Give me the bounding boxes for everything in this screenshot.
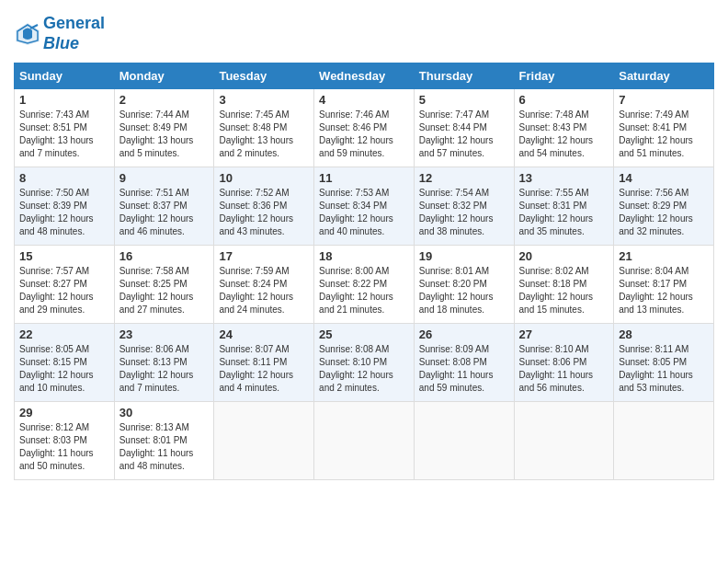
weekday-header-tuesday: Tuesday xyxy=(214,63,314,89)
day-number: 21 xyxy=(619,249,709,263)
header: General Blue xyxy=(14,14,714,53)
calendar-cell: 18Sunrise: 8:00 AMSunset: 8:22 PMDayligh… xyxy=(314,246,415,324)
calendar-cell: 19Sunrise: 8:01 AMSunset: 8:20 PMDayligh… xyxy=(414,246,514,324)
calendar-cell: 24Sunrise: 8:07 AMSunset: 8:11 PMDayligh… xyxy=(214,324,314,402)
calendar-cell: 15Sunrise: 7:57 AMSunset: 8:27 PMDayligh… xyxy=(15,246,115,324)
calendar-week-2: 8Sunrise: 7:50 AMSunset: 8:39 PMDaylight… xyxy=(15,167,714,246)
calendar-cell: 7Sunrise: 7:49 AMSunset: 8:41 PMDaylight… xyxy=(614,89,714,167)
logo-icon xyxy=(14,21,41,47)
day-info: Sunrise: 8:10 AMSunset: 8:06 PMDaylight:… xyxy=(519,343,609,395)
calendar-cell: 25Sunrise: 8:08 AMSunset: 8:10 PMDayligh… xyxy=(314,324,415,402)
day-number: 14 xyxy=(619,171,709,185)
calendar-cell xyxy=(614,402,714,480)
day-number: 15 xyxy=(19,249,109,263)
day-info: Sunrise: 7:48 AMSunset: 8:43 PMDaylight:… xyxy=(519,109,609,160)
calendar-cell: 20Sunrise: 8:02 AMSunset: 8:18 PMDayligh… xyxy=(514,246,614,324)
day-number: 7 xyxy=(619,93,709,107)
day-info: Sunrise: 7:51 AMSunset: 8:37 PMDaylight:… xyxy=(119,187,210,238)
day-info: Sunrise: 8:09 AMSunset: 8:08 PMDaylight:… xyxy=(419,343,509,395)
calendar-week-5: 29Sunrise: 8:12 AMSunset: 8:03 PMDayligh… xyxy=(15,402,714,480)
calendar-cell: 16Sunrise: 7:58 AMSunset: 8:25 PMDayligh… xyxy=(114,246,214,324)
day-number: 29 xyxy=(19,406,109,419)
calendar-cell: 12Sunrise: 7:54 AMSunset: 8:32 PMDayligh… xyxy=(414,167,514,246)
calendar-cell xyxy=(214,402,314,480)
calendar-cell: 5Sunrise: 7:47 AMSunset: 8:44 PMDaylight… xyxy=(414,89,514,167)
weekday-header-saturday: Saturday xyxy=(614,63,714,89)
calendar-cell: 8Sunrise: 7:50 AMSunset: 8:39 PMDaylight… xyxy=(15,167,115,246)
day-info: Sunrise: 8:06 AMSunset: 8:13 PMDaylight:… xyxy=(119,343,210,395)
day-info: Sunrise: 8:13 AMSunset: 8:01 PMDaylight:… xyxy=(119,421,210,473)
calendar-cell: 2Sunrise: 7:44 AMSunset: 8:49 PMDaylight… xyxy=(114,89,214,167)
day-number: 22 xyxy=(19,327,109,341)
day-number: 20 xyxy=(519,249,609,263)
day-info: Sunrise: 8:08 AMSunset: 8:10 PMDaylight:… xyxy=(319,343,409,395)
calendar-cell: 14Sunrise: 7:56 AMSunset: 8:29 PMDayligh… xyxy=(614,167,714,246)
day-number: 5 xyxy=(419,93,509,107)
day-info: Sunrise: 7:45 AMSunset: 8:48 PMDaylight:… xyxy=(219,109,309,160)
calendar-week-1: 1Sunrise: 7:43 AMSunset: 8:51 PMDaylight… xyxy=(15,89,714,167)
calendar-cell: 9Sunrise: 7:51 AMSunset: 8:37 PMDaylight… xyxy=(114,167,214,246)
weekday-header-row: SundayMondayTuesdayWednesdayThursdayFrid… xyxy=(15,63,714,89)
day-info: Sunrise: 7:55 AMSunset: 8:31 PMDaylight:… xyxy=(519,187,609,238)
calendar-cell: 11Sunrise: 7:53 AMSunset: 8:34 PMDayligh… xyxy=(314,167,415,246)
day-info: Sunrise: 7:58 AMSunset: 8:25 PMDaylight:… xyxy=(119,265,210,316)
day-number: 17 xyxy=(219,249,309,263)
weekday-header-monday: Monday xyxy=(114,63,214,89)
calendar-week-3: 15Sunrise: 7:57 AMSunset: 8:27 PMDayligh… xyxy=(15,246,714,324)
day-number: 8 xyxy=(19,171,109,185)
day-info: Sunrise: 7:53 AMSunset: 8:34 PMDaylight:… xyxy=(319,187,409,238)
calendar-cell: 26Sunrise: 8:09 AMSunset: 8:08 PMDayligh… xyxy=(414,324,514,402)
day-number: 9 xyxy=(119,171,210,185)
weekday-header-friday: Friday xyxy=(514,63,614,89)
day-info: Sunrise: 8:05 AMSunset: 8:15 PMDaylight:… xyxy=(19,343,109,395)
calendar-cell: 6Sunrise: 7:48 AMSunset: 8:43 PMDaylight… xyxy=(514,89,614,167)
day-number: 10 xyxy=(219,171,309,185)
day-number: 16 xyxy=(119,249,210,263)
day-number: 24 xyxy=(219,327,309,341)
calendar-cell: 22Sunrise: 8:05 AMSunset: 8:15 PMDayligh… xyxy=(15,324,115,402)
calendar-cell xyxy=(414,402,514,480)
day-info: Sunrise: 7:59 AMSunset: 8:24 PMDaylight:… xyxy=(219,265,309,316)
weekday-header-sunday: Sunday xyxy=(15,63,115,89)
day-number: 30 xyxy=(119,406,210,419)
day-number: 3 xyxy=(219,93,309,107)
day-number: 19 xyxy=(419,249,509,263)
calendar-cell: 29Sunrise: 8:12 AMSunset: 8:03 PMDayligh… xyxy=(15,402,115,480)
day-number: 2 xyxy=(119,93,210,107)
day-number: 6 xyxy=(519,93,609,107)
calendar-cell: 1Sunrise: 7:43 AMSunset: 8:51 PMDaylight… xyxy=(15,89,115,167)
day-number: 28 xyxy=(619,327,709,341)
day-info: Sunrise: 7:43 AMSunset: 8:51 PMDaylight:… xyxy=(19,109,109,160)
day-info: Sunrise: 7:56 AMSunset: 8:29 PMDaylight:… xyxy=(619,187,709,238)
day-number: 23 xyxy=(119,327,210,341)
day-number: 11 xyxy=(319,171,409,185)
calendar-table: SundayMondayTuesdayWednesdayThursdayFrid… xyxy=(14,63,714,480)
day-info: Sunrise: 7:47 AMSunset: 8:44 PMDaylight:… xyxy=(419,109,509,160)
calendar-cell: 13Sunrise: 7:55 AMSunset: 8:31 PMDayligh… xyxy=(514,167,614,246)
calendar-week-4: 22Sunrise: 8:05 AMSunset: 8:15 PMDayligh… xyxy=(15,324,714,402)
calendar-cell xyxy=(314,402,415,480)
day-info: Sunrise: 7:52 AMSunset: 8:36 PMDaylight:… xyxy=(219,187,309,238)
day-info: Sunrise: 7:46 AMSunset: 8:46 PMDaylight:… xyxy=(319,109,409,160)
calendar-cell: 28Sunrise: 8:11 AMSunset: 8:05 PMDayligh… xyxy=(614,324,714,402)
calendar-cell: 23Sunrise: 8:06 AMSunset: 8:13 PMDayligh… xyxy=(114,324,214,402)
weekday-header-thursday: Thursday xyxy=(414,63,514,89)
calendar-cell: 30Sunrise: 8:13 AMSunset: 8:01 PMDayligh… xyxy=(114,402,214,480)
calendar-cell: 3Sunrise: 7:45 AMSunset: 8:48 PMDaylight… xyxy=(214,89,314,167)
day-number: 4 xyxy=(319,93,409,107)
day-info: Sunrise: 7:54 AMSunset: 8:32 PMDaylight:… xyxy=(419,187,509,238)
calendar-cell: 17Sunrise: 7:59 AMSunset: 8:24 PMDayligh… xyxy=(214,246,314,324)
day-info: Sunrise: 8:04 AMSunset: 8:17 PMDaylight:… xyxy=(619,265,709,316)
logo-text: General Blue xyxy=(43,14,105,53)
day-number: 27 xyxy=(519,327,609,341)
day-info: Sunrise: 7:44 AMSunset: 8:49 PMDaylight:… xyxy=(119,109,210,160)
day-info: Sunrise: 8:11 AMSunset: 8:05 PMDaylight:… xyxy=(619,343,709,395)
day-info: Sunrise: 8:00 AMSunset: 8:22 PMDaylight:… xyxy=(319,265,409,316)
day-number: 12 xyxy=(419,171,509,185)
day-info: Sunrise: 8:07 AMSunset: 8:11 PMDaylight:… xyxy=(219,343,309,395)
calendar-cell xyxy=(514,402,614,480)
day-info: Sunrise: 7:49 AMSunset: 8:41 PMDaylight:… xyxy=(619,109,709,160)
calendar-cell: 27Sunrise: 8:10 AMSunset: 8:06 PMDayligh… xyxy=(514,324,614,402)
calendar-cell: 10Sunrise: 7:52 AMSunset: 8:36 PMDayligh… xyxy=(214,167,314,246)
day-number: 1 xyxy=(19,93,109,107)
